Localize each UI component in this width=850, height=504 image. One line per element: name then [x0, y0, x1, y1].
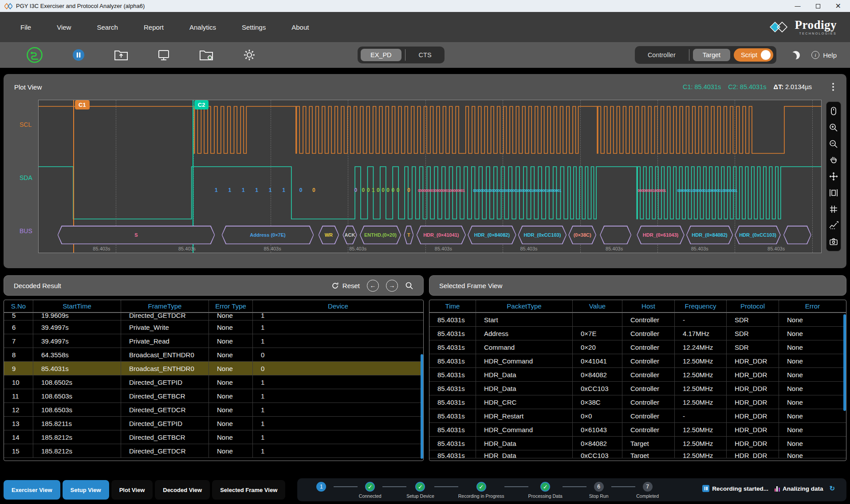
grid-toggle-icon[interactable]: [828, 204, 839, 215]
monitor-icon[interactable]: [157, 48, 170, 62]
table-row[interactable]: 12108.6503sDirected_GETDCRNone1: [4, 403, 423, 417]
plot-menu-kebab-icon[interactable]: [830, 81, 836, 93]
zoom-in-icon[interactable]: [828, 122, 839, 133]
role-divider: [689, 49, 689, 61]
menu-item-analytics[interactable]: Analytics: [189, 21, 217, 34]
settings-gear-icon[interactable]: [242, 48, 256, 62]
screenshot-camera-icon[interactable]: [828, 236, 839, 247]
refresh-icon: [331, 282, 339, 289]
table-row[interactable]: 985.4031sBroadcast_ENTHDR0None0: [4, 362, 423, 375]
minimize-button[interactable]: —: [795, 3, 801, 9]
reset-button[interactable]: Reset: [331, 282, 360, 289]
table-row[interactable]: 85.4031sHDR_Restart0×0Controller-HDR_DDR…: [429, 409, 846, 423]
menu-item-file[interactable]: File: [20, 21, 32, 34]
mouse-tool-icon[interactable]: [828, 106, 839, 117]
signal-trace-icon[interactable]: [26, 46, 43, 64]
maximize-button[interactable]: [816, 4, 820, 8]
tab-exerciser-view[interactable]: Exerciser View: [4, 480, 60, 500]
table-cell: 0×38C: [573, 395, 622, 409]
table-row[interactable]: 85.4031sCommand0×20Controller12.24MHzSDR…: [429, 340, 846, 354]
table-row[interactable]: 639.4997sPrivate_WriteNone1: [4, 320, 423, 334]
table-cell: None: [209, 430, 253, 444]
sda-bit-value: 0: [367, 187, 370, 193]
next-frame-button[interactable]: →: [386, 280, 398, 292]
table-cell: Controller: [622, 313, 675, 326]
table-row[interactable]: 85.4031sHDR_Data0xCC103Controller12.50MH…: [429, 382, 846, 395]
role-option-script[interactable]: Script: [734, 48, 773, 62]
mode-option-ex_pd[interactable]: EX_PD: [361, 49, 401, 61]
dark-mode-moon-icon[interactable]: [791, 51, 800, 59]
role-option-controller[interactable]: Controller: [638, 49, 685, 61]
tab-setup-view[interactable]: Setup View: [63, 480, 109, 500]
table-cell: 12.50MHz: [675, 368, 727, 381]
menu-item-about[interactable]: About: [291, 21, 310, 34]
table-row[interactable]: 14185.8212sDirected_GETBCRNone1: [4, 430, 423, 444]
column-header: Error Type: [209, 300, 253, 312]
table-row[interactable]: 739.4997sPrivate_ReadNone1: [4, 334, 423, 348]
measurement-chart-icon[interactable]: [828, 220, 839, 231]
table-row[interactable]: 85.4031sHDR_Data0×84082Controller12.50MH…: [429, 368, 846, 382]
bus-packet: ACK: [342, 226, 357, 244]
table-row[interactable]: 85.4031sHDR_Command0×61043Controller12.5…: [429, 423, 846, 437]
table-cell: Directed_GETPID: [121, 375, 209, 389]
prev-frame-button[interactable]: ←: [367, 280, 379, 292]
sda-bit-value: 0: [397, 187, 400, 193]
waveform-plot-area[interactable]: C1C2111111000001000000000000001000000010…: [38, 100, 822, 253]
table-row[interactable]: 864.3558sBroadcast_ENTHDR0None0: [4, 348, 423, 362]
channel-labels: SCLSDABUS: [9, 100, 38, 253]
step-connector: [563, 486, 586, 487]
table-row[interactable]: 10108.6502sDirected_GETPIDNone1: [4, 375, 423, 389]
gridline: [812, 100, 813, 253]
split-view-icon[interactable]: [828, 188, 839, 198]
table-cell: 14: [4, 430, 33, 444]
cursor1-readout: C1: 85.4031s: [683, 83, 721, 90]
mode-option-cts[interactable]: CTS: [409, 49, 441, 61]
table-row[interactable]: 13185.8211sDirected_GETPIDNone1: [4, 417, 423, 430]
table-cell: 10: [4, 375, 33, 389]
tab-decoded-view[interactable]: Decoded View: [155, 480, 210, 500]
role-option-target[interactable]: Target: [693, 49, 730, 61]
pause-icon[interactable]: [72, 48, 85, 62]
bus-packet: [783, 226, 811, 244]
table-row[interactable]: 85.4031sHDR_Command0×41041Controller12.5…: [429, 354, 846, 368]
step-number: 1: [316, 482, 326, 492]
script-toggle-knob[interactable]: [761, 50, 771, 60]
menu-item-settings[interactable]: Settings: [241, 21, 267, 34]
progress-stepper: 1✓Connected✓Setup Device✓Recording in Pr…: [297, 478, 846, 501]
cursor2-readout: C2: 85.4031s: [728, 83, 766, 90]
decoded-scrollbar[interactable]: [421, 354, 423, 459]
table-row[interactable]: 85.4031sStartController-SDRNone: [429, 313, 846, 327]
table-row[interactable]: 11108.6503sDirected_GETBCRNone1: [4, 389, 423, 403]
progress-step: ✓Connected: [358, 482, 382, 499]
frame-scrollbar[interactable]: [843, 314, 846, 411]
menu-item-view[interactable]: View: [56, 21, 72, 34]
table-cell: 1: [253, 403, 423, 416]
table-row[interactable]: 85.4031sHDR_Data0×84082Target12.50MHzHDR…: [429, 437, 846, 450]
help-button[interactable]: i Help: [811, 51, 838, 59]
table-row[interactable]: 15185.8212sDirected_GETDCRNone1: [4, 444, 423, 458]
menu-item-search[interactable]: Search: [96, 21, 119, 34]
plot-title: Plot View: [14, 83, 42, 91]
folder-upload-icon[interactable]: [114, 48, 129, 62]
table-row[interactable]: 519.9609sDirected_GETDCRNone1: [4, 313, 423, 320]
cursor-tag-c2[interactable]: C2: [194, 100, 209, 109]
table-row[interactable]: 85.4031sHDR_Data0xCC103Target12.50MHzHDR…: [429, 450, 846, 458]
bus-packet: HDR_(0×84082): [468, 226, 516, 244]
pan-hand-icon[interactable]: [828, 155, 839, 165]
menu-item-report[interactable]: Report: [143, 21, 165, 34]
tab-plot-view[interactable]: Plot View: [111, 480, 153, 500]
time-axis-label: 85.403s: [264, 246, 281, 251]
table-row[interactable]: 85.4031sHDR_CRC0×38CController12.50MHzHD…: [429, 395, 846, 409]
decoded-result-table: S.NoStartTimeFrameTypeError TypeDevice 5…: [4, 300, 424, 461]
close-button[interactable]: ✕: [835, 3, 841, 10]
search-icon[interactable]: [405, 281, 413, 290]
table-row[interactable]: 85.4031sAddress0×7EController4.17MHzSDRN…: [429, 327, 846, 340]
cursor-tag-c1[interactable]: C1: [75, 100, 90, 109]
column-header: Protocol: [727, 300, 779, 312]
table-cell: 64.3558s: [33, 348, 121, 361]
zoom-out-icon[interactable]: [828, 139, 839, 149]
bottom-bar: Exerciser ViewSetup ViewPlot ViewDecoded…: [0, 476, 850, 504]
folder-settings-icon[interactable]: [199, 48, 214, 62]
move-tool-icon[interactable]: [828, 171, 839, 182]
tab-selected-frame-view[interactable]: Selected Frame View: [212, 480, 285, 500]
